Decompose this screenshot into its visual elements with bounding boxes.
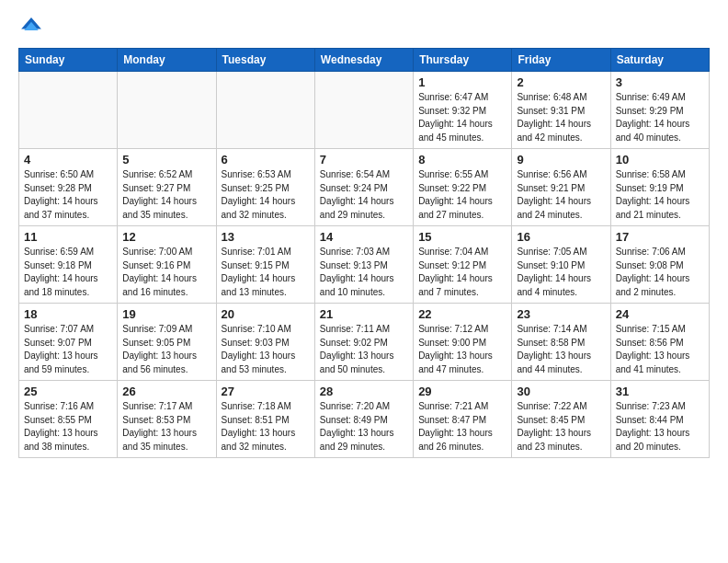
day-number: 9 <box>517 153 605 167</box>
sunrise-label: Sunrise: <box>24 401 58 411</box>
daylight-label: Daylight: <box>320 428 356 438</box>
day-number: 7 <box>320 153 408 167</box>
daylight-label: Daylight: <box>418 428 454 438</box>
sunset-label: Sunset: <box>616 415 647 425</box>
sunset-label: Sunset: <box>517 338 548 348</box>
day-cell-4: 4Sunrise: 6:50 AMSunset: 9:28 PMDaylight… <box>19 149 118 226</box>
sunset-time: 9:12 PM <box>452 260 486 270</box>
daylight-label: Daylight: <box>517 196 552 206</box>
sunset-label: Sunset: <box>616 106 647 116</box>
daylight-label: Daylight: <box>122 350 158 361</box>
sunset-label: Sunset: <box>24 338 55 348</box>
day-info: Sunrise: 6:58 AMSunset: 9:19 PMDaylight:… <box>616 168 704 222</box>
empty-cell <box>314 72 413 149</box>
sunset-time: 9:13 PM <box>354 260 388 270</box>
sunset-label: Sunset: <box>222 338 253 348</box>
day-cell-17: 17Sunrise: 7:06 AMSunset: 9:08 PMDayligh… <box>610 226 709 304</box>
day-cell-6: 6Sunrise: 6:53 AMSunset: 9:25 PMDaylight… <box>216 149 314 226</box>
day-number: 25 <box>24 385 112 398</box>
sunset-time: 9:07 PM <box>58 338 92 348</box>
sunrise-label: Sunrise: <box>222 401 256 411</box>
day-cell-2: 2Sunrise: 6:48 AMSunset: 9:31 PMDaylight… <box>512 72 610 149</box>
sunset-time: 8:53 PM <box>156 415 190 425</box>
sunset-time: 8:47 PM <box>452 415 486 425</box>
daylight-label: Daylight: <box>320 196 356 206</box>
day-number: 14 <box>320 230 408 244</box>
sunrise-time: 6:49 AM <box>652 92 686 102</box>
sunrise-time: 7:05 AM <box>553 247 587 257</box>
day-number: 4 <box>24 153 112 167</box>
day-info: Sunrise: 7:05 AMSunset: 9:10 PMDaylight:… <box>517 246 605 299</box>
sunrise-time: 7:15 AM <box>652 324 686 334</box>
sunrise-time: 6:48 AM <box>553 92 587 102</box>
week-row-5: 25Sunrise: 7:16 AMSunset: 8:55 PMDayligh… <box>19 381 710 458</box>
empty-cell <box>19 72 118 149</box>
daylight-label: Daylight: <box>418 273 454 283</box>
day-info: Sunrise: 6:50 AMSunset: 9:28 PMDaylight:… <box>24 168 112 222</box>
sunrise-label: Sunrise: <box>418 169 452 179</box>
day-number: 18 <box>24 307 112 321</box>
day-info: Sunrise: 7:04 AMSunset: 9:12 PMDaylight:… <box>418 246 506 299</box>
day-number: 30 <box>517 385 605 398</box>
day-cell-24: 24Sunrise: 7:15 AMSunset: 8:56 PMDayligh… <box>610 304 709 381</box>
day-info: Sunrise: 6:59 AMSunset: 9:18 PMDaylight:… <box>24 246 112 299</box>
sunset-label: Sunset: <box>320 183 351 193</box>
daylight-label: Daylight: <box>616 119 652 129</box>
sunrise-label: Sunrise: <box>418 92 452 102</box>
sunset-label: Sunset: <box>616 183 647 193</box>
sunset-label: Sunset: <box>616 260 647 270</box>
day-info: Sunrise: 7:09 AMSunset: 9:05 PMDaylight:… <box>122 323 210 376</box>
day-number: 21 <box>320 307 408 321</box>
day-info: Sunrise: 6:48 AMSunset: 9:31 PMDaylight:… <box>517 91 605 144</box>
daylight-label: Daylight: <box>222 273 257 283</box>
day-cell-3: 3Sunrise: 6:49 AMSunset: 9:29 PMDaylight… <box>610 72 709 149</box>
day-number: 29 <box>418 385 506 398</box>
sunset-time: 8:56 PM <box>649 338 683 348</box>
day-number: 16 <box>517 230 605 244</box>
day-cell-13: 13Sunrise: 7:01 AMSunset: 9:15 PMDayligh… <box>216 226 314 304</box>
sunset-time: 8:44 PM <box>649 415 683 425</box>
day-number: 15 <box>418 230 506 244</box>
sunrise-label: Sunrise: <box>517 169 551 179</box>
daylight-label: Daylight: <box>517 350 552 361</box>
sunset-label: Sunset: <box>122 260 154 270</box>
sunrise-label: Sunrise: <box>222 247 256 257</box>
sunrise-label: Sunrise: <box>24 247 58 257</box>
day-info: Sunrise: 6:49 AMSunset: 9:29 PMDaylight:… <box>616 91 704 144</box>
day-info: Sunrise: 7:16 AMSunset: 8:55 PMDaylight:… <box>24 400 112 454</box>
sunset-label: Sunset: <box>222 260 253 270</box>
day-info: Sunrise: 6:52 AMSunset: 9:27 PMDaylight:… <box>122 168 210 222</box>
day-number: 13 <box>222 230 310 244</box>
daylight-label: Daylight: <box>517 428 552 438</box>
day-info: Sunrise: 7:03 AMSunset: 9:13 PMDaylight:… <box>320 246 408 299</box>
sunset-label: Sunset: <box>122 415 154 425</box>
day-cell-8: 8Sunrise: 6:55 AMSunset: 9:22 PMDaylight… <box>414 149 512 226</box>
day-info: Sunrise: 6:56 AMSunset: 9:21 PMDaylight:… <box>517 168 605 222</box>
day-info: Sunrise: 6:47 AMSunset: 9:32 PMDaylight:… <box>418 91 506 144</box>
sunset-label: Sunset: <box>122 183 154 193</box>
day-cell-22: 22Sunrise: 7:12 AMSunset: 9:00 PMDayligh… <box>414 304 512 381</box>
weekday-wednesday: Wednesday <box>314 49 413 72</box>
day-number: 28 <box>320 385 408 398</box>
sunrise-label: Sunrise: <box>320 169 354 179</box>
sunrise-time: 6:53 AM <box>257 169 291 179</box>
sunset-time: 9:16 PM <box>156 260 190 270</box>
day-number: 12 <box>122 230 210 244</box>
sunrise-label: Sunrise: <box>320 401 354 411</box>
sunrise-time: 7:09 AM <box>159 324 193 334</box>
day-cell-7: 7Sunrise: 6:54 AMSunset: 9:24 PMDaylight… <box>314 149 413 226</box>
sunrise-label: Sunrise: <box>616 247 650 257</box>
sunrise-label: Sunrise: <box>320 247 354 257</box>
sunset-label: Sunset: <box>517 260 548 270</box>
day-number: 5 <box>122 153 210 167</box>
sunset-label: Sunset: <box>222 183 253 193</box>
sunset-time: 9:02 PM <box>354 338 388 348</box>
sunset-time: 9:18 PM <box>58 260 92 270</box>
daylight-label: Daylight: <box>320 350 356 361</box>
daylight-label: Daylight: <box>24 196 60 206</box>
sunrise-label: Sunrise: <box>517 92 551 102</box>
day-cell-29: 29Sunrise: 7:21 AMSunset: 8:47 PMDayligh… <box>414 381 512 458</box>
day-cell-20: 20Sunrise: 7:10 AMSunset: 9:03 PMDayligh… <box>216 304 314 381</box>
sunrise-time: 7:10 AM <box>257 324 291 334</box>
weekday-sunday: Sunday <box>19 49 118 72</box>
